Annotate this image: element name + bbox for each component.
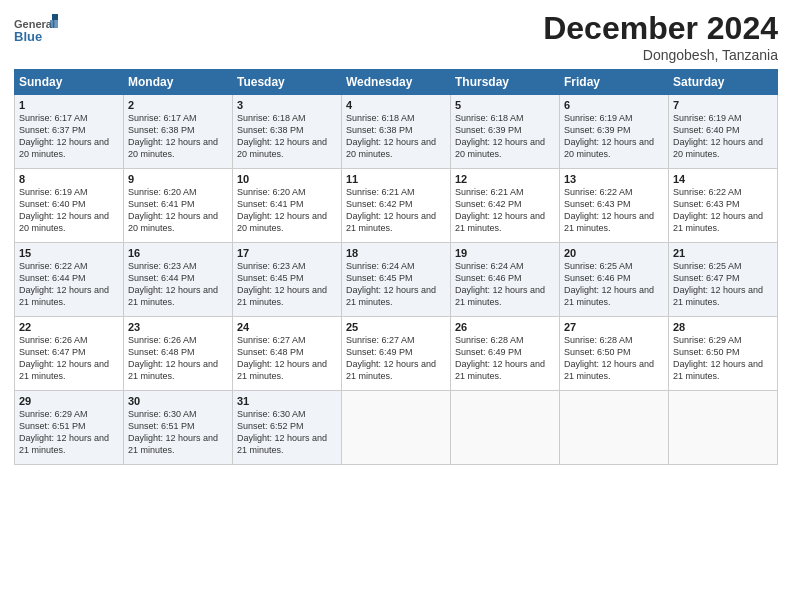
logo-icon: General Blue [14, 14, 58, 50]
sub-title: Dongobesh, Tanzania [543, 47, 778, 63]
day-info: Sunrise: 6:28 AMSunset: 6:50 PMDaylight:… [564, 334, 664, 383]
table-row: 4Sunrise: 6:18 AMSunset: 6:38 PMDaylight… [342, 95, 451, 169]
day-number: 7 [673, 99, 773, 111]
day-number: 6 [564, 99, 664, 111]
table-row: 23Sunrise: 6:26 AMSunset: 6:48 PMDayligh… [124, 317, 233, 391]
day-info: Sunrise: 6:19 AMSunset: 6:40 PMDaylight:… [673, 112, 773, 161]
day-number: 21 [673, 247, 773, 259]
title-block: December 2024 Dongobesh, Tanzania [543, 10, 778, 63]
day-info: Sunrise: 6:26 AMSunset: 6:48 PMDaylight:… [128, 334, 228, 383]
day-number: 27 [564, 321, 664, 333]
table-row: 11Sunrise: 6:21 AMSunset: 6:42 PMDayligh… [342, 169, 451, 243]
col-monday: Monday [124, 70, 233, 95]
day-info: Sunrise: 6:24 AMSunset: 6:46 PMDaylight:… [455, 260, 555, 309]
day-number: 22 [19, 321, 119, 333]
table-row: 7Sunrise: 6:19 AMSunset: 6:40 PMDaylight… [669, 95, 778, 169]
col-wednesday: Wednesday [342, 70, 451, 95]
col-friday: Friday [560, 70, 669, 95]
table-row: 22Sunrise: 6:26 AMSunset: 6:47 PMDayligh… [15, 317, 124, 391]
day-info: Sunrise: 6:23 AMSunset: 6:44 PMDaylight:… [128, 260, 228, 309]
day-number: 17 [237, 247, 337, 259]
day-number: 30 [128, 395, 228, 407]
day-info: Sunrise: 6:18 AMSunset: 6:38 PMDaylight:… [346, 112, 446, 161]
col-tuesday: Tuesday [233, 70, 342, 95]
svg-text:Blue: Blue [14, 29, 42, 44]
day-number: 26 [455, 321, 555, 333]
day-number: 3 [237, 99, 337, 111]
table-row: 20Sunrise: 6:25 AMSunset: 6:46 PMDayligh… [560, 243, 669, 317]
table-row: 26Sunrise: 6:28 AMSunset: 6:49 PMDayligh… [451, 317, 560, 391]
svg-marker-2 [50, 20, 58, 28]
calendar-body: 1Sunrise: 6:17 AMSunset: 6:37 PMDaylight… [15, 95, 778, 465]
table-row: 6Sunrise: 6:19 AMSunset: 6:39 PMDaylight… [560, 95, 669, 169]
table-row: 29Sunrise: 6:29 AMSunset: 6:51 PMDayligh… [15, 391, 124, 465]
day-info: Sunrise: 6:29 AMSunset: 6:50 PMDaylight:… [673, 334, 773, 383]
table-row: 24Sunrise: 6:27 AMSunset: 6:48 PMDayligh… [233, 317, 342, 391]
day-number: 29 [19, 395, 119, 407]
table-row: 19Sunrise: 6:24 AMSunset: 6:46 PMDayligh… [451, 243, 560, 317]
header-row: Sunday Monday Tuesday Wednesday Thursday… [15, 70, 778, 95]
day-info: Sunrise: 6:20 AMSunset: 6:41 PMDaylight:… [128, 186, 228, 235]
day-info: Sunrise: 6:21 AMSunset: 6:42 PMDaylight:… [346, 186, 446, 235]
day-info: Sunrise: 6:29 AMSunset: 6:51 PMDaylight:… [19, 408, 119, 457]
table-row: 2Sunrise: 6:17 AMSunset: 6:38 PMDaylight… [124, 95, 233, 169]
day-info: Sunrise: 6:20 AMSunset: 6:41 PMDaylight:… [237, 186, 337, 235]
table-row: 17Sunrise: 6:23 AMSunset: 6:45 PMDayligh… [233, 243, 342, 317]
table-row: 18Sunrise: 6:24 AMSunset: 6:45 PMDayligh… [342, 243, 451, 317]
day-number: 24 [237, 321, 337, 333]
col-saturday: Saturday [669, 70, 778, 95]
day-info: Sunrise: 6:25 AMSunset: 6:47 PMDaylight:… [673, 260, 773, 309]
day-number: 8 [19, 173, 119, 185]
table-row: 12Sunrise: 6:21 AMSunset: 6:42 PMDayligh… [451, 169, 560, 243]
calendar-page: General Blue December 2024 Dongobesh, Ta… [0, 0, 792, 612]
table-row: 27Sunrise: 6:28 AMSunset: 6:50 PMDayligh… [560, 317, 669, 391]
day-info: Sunrise: 6:18 AMSunset: 6:39 PMDaylight:… [455, 112, 555, 161]
table-row: 13Sunrise: 6:22 AMSunset: 6:43 PMDayligh… [560, 169, 669, 243]
day-info: Sunrise: 6:19 AMSunset: 6:40 PMDaylight:… [19, 186, 119, 235]
table-row [560, 391, 669, 465]
calendar-table: Sunday Monday Tuesday Wednesday Thursday… [14, 69, 778, 465]
logo: General Blue [14, 14, 58, 50]
table-row: 21Sunrise: 6:25 AMSunset: 6:47 PMDayligh… [669, 243, 778, 317]
table-row: 1Sunrise: 6:17 AMSunset: 6:37 PMDaylight… [15, 95, 124, 169]
day-info: Sunrise: 6:22 AMSunset: 6:43 PMDaylight:… [673, 186, 773, 235]
table-row: 28Sunrise: 6:29 AMSunset: 6:50 PMDayligh… [669, 317, 778, 391]
day-number: 1 [19, 99, 119, 111]
day-number: 16 [128, 247, 228, 259]
day-info: Sunrise: 6:17 AMSunset: 6:38 PMDaylight:… [128, 112, 228, 161]
day-number: 12 [455, 173, 555, 185]
day-number: 19 [455, 247, 555, 259]
table-row: 30Sunrise: 6:30 AMSunset: 6:51 PMDayligh… [124, 391, 233, 465]
day-info: Sunrise: 6:25 AMSunset: 6:46 PMDaylight:… [564, 260, 664, 309]
day-info: Sunrise: 6:27 AMSunset: 6:48 PMDaylight:… [237, 334, 337, 383]
day-info: Sunrise: 6:26 AMSunset: 6:47 PMDaylight:… [19, 334, 119, 383]
table-row: 8Sunrise: 6:19 AMSunset: 6:40 PMDaylight… [15, 169, 124, 243]
day-number: 10 [237, 173, 337, 185]
page-header: General Blue December 2024 Dongobesh, Ta… [14, 10, 778, 63]
table-row [451, 391, 560, 465]
day-number: 20 [564, 247, 664, 259]
day-info: Sunrise: 6:22 AMSunset: 6:44 PMDaylight:… [19, 260, 119, 309]
table-row [669, 391, 778, 465]
table-row: 5Sunrise: 6:18 AMSunset: 6:39 PMDaylight… [451, 95, 560, 169]
day-info: Sunrise: 6:27 AMSunset: 6:49 PMDaylight:… [346, 334, 446, 383]
table-row: 15Sunrise: 6:22 AMSunset: 6:44 PMDayligh… [15, 243, 124, 317]
table-row: 14Sunrise: 6:22 AMSunset: 6:43 PMDayligh… [669, 169, 778, 243]
table-row: 10Sunrise: 6:20 AMSunset: 6:41 PMDayligh… [233, 169, 342, 243]
day-number: 2 [128, 99, 228, 111]
day-number: 14 [673, 173, 773, 185]
table-row: 16Sunrise: 6:23 AMSunset: 6:44 PMDayligh… [124, 243, 233, 317]
day-info: Sunrise: 6:22 AMSunset: 6:43 PMDaylight:… [564, 186, 664, 235]
table-row: 25Sunrise: 6:27 AMSunset: 6:49 PMDayligh… [342, 317, 451, 391]
day-number: 5 [455, 99, 555, 111]
day-info: Sunrise: 6:21 AMSunset: 6:42 PMDaylight:… [455, 186, 555, 235]
day-number: 4 [346, 99, 446, 111]
svg-marker-3 [52, 14, 58, 20]
col-thursday: Thursday [451, 70, 560, 95]
day-number: 15 [19, 247, 119, 259]
day-number: 11 [346, 173, 446, 185]
day-number: 28 [673, 321, 773, 333]
day-number: 9 [128, 173, 228, 185]
day-info: Sunrise: 6:28 AMSunset: 6:49 PMDaylight:… [455, 334, 555, 383]
day-number: 13 [564, 173, 664, 185]
